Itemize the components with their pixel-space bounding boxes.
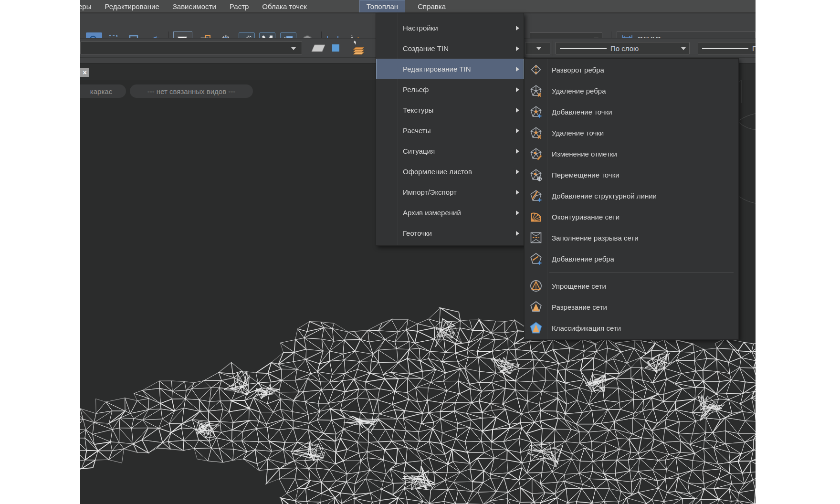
change-elevation-icon <box>529 147 543 160</box>
menubar-item-edit[interactable]: Редактирование <box>98 0 166 12</box>
delete-point-icon <box>529 126 543 139</box>
linetype-combo[interactable]: По слою <box>698 42 756 54</box>
topoplan-menu: Настройки Создание TIN Редактирование TI… <box>376 13 524 246</box>
add-breakline-icon <box>529 189 543 202</box>
submenu-arrow-icon <box>516 26 519 31</box>
layer-combo-value: По слою <box>610 44 639 52</box>
submenu-item-classify-mesh[interactable]: Классификация сети <box>525 317 738 338</box>
submenu-item-simplify-mesh[interactable]: Упрощение сети <box>525 275 738 296</box>
menu-item-import-export[interactable]: Импорт/Экспорт <box>376 182 524 202</box>
menubar-item-topoplan[interactable]: Топоплан <box>359 0 405 12</box>
submenu-item-cut-mesh[interactable]: Разрезание сети <box>525 296 738 317</box>
tin-combo[interactable] <box>80 42 302 54</box>
linetype-combo-value: По слою <box>752 44 756 52</box>
mini-combo[interactable] <box>525 42 550 54</box>
layers-button[interactable] <box>349 41 368 56</box>
menu-item-edit-tin[interactable]: Редактирование TIN <box>376 59 524 79</box>
plane-button[interactable] <box>310 43 326 53</box>
submenu-arrow-icon <box>516 128 519 133</box>
menubar-item-pointclouds[interactable]: Облака точек <box>255 0 314 12</box>
submenu-item-change-elevation[interactable]: Изменение отметки <box>525 143 738 164</box>
submenu-arrow-icon <box>516 67 519 72</box>
submenu-item-move-point[interactable]: Перемещение точки <box>525 164 738 185</box>
chevron-down-icon <box>291 47 296 50</box>
submenu-item-flip-edge[interactable]: Разворот ребра <box>525 59 738 80</box>
menu-item-sheet-layout[interactable]: Оформление листов <box>376 161 524 182</box>
submenu-separator <box>549 272 734 273</box>
wireframe-badge[interactable]: каркас <box>80 84 126 98</box>
menu-item-relief[interactable]: Рельеф <box>376 79 524 100</box>
menu-item-situation[interactable]: Ситуация <box>376 141 524 161</box>
delete-edge-icon <box>529 84 543 97</box>
menubar-item-help[interactable]: Справка <box>411 0 452 12</box>
submenu-item-add-breakline[interactable]: Добавление структурной линии <box>525 185 738 206</box>
line-sample <box>702 48 748 49</box>
submenu-item-delete-point[interactable]: Удаление точки <box>525 122 738 143</box>
menubar-item-partial[interactable]: еры <box>80 0 98 12</box>
submenu-item-add-point[interactable]: Добавление точки <box>525 101 738 122</box>
menu-item-calculations[interactable]: Расчеты <box>376 120 524 141</box>
submenu-item-add-edge[interactable]: Добавление ребра <box>525 248 738 269</box>
submenu-arrow-icon <box>516 231 519 236</box>
menubar-item-dependencies[interactable]: Зависимости <box>166 0 223 12</box>
submenu-arrow-icon <box>516 87 519 92</box>
contour-mesh-icon <box>529 210 543 223</box>
submenu-arrow-icon <box>516 46 519 51</box>
menu-item-survey-archive[interactable]: Архив измерений <box>376 202 524 223</box>
app-window: еры Редактирование Зависимости Растр Обл… <box>80 0 756 504</box>
submenu-arrow-icon <box>516 210 519 215</box>
submenu-item-fill-mesh-gap[interactable]: Заполнение разрыва сети <box>525 227 738 248</box>
linked-views-badge[interactable]: --- нет связанных видов --- <box>130 84 253 98</box>
line-sample <box>560 48 607 49</box>
submenu-item-delete-edge[interactable]: Удаление ребра <box>525 80 738 101</box>
submenu-arrow-icon <box>516 108 519 113</box>
submenu-arrow-icon <box>516 190 519 195</box>
menu-item-settings[interactable]: Настройки <box>376 18 524 38</box>
classify-mesh-icon <box>529 321 543 335</box>
color-swatch[interactable] <box>332 44 339 52</box>
chevron-down-icon <box>681 47 686 50</box>
add-edge-icon <box>529 252 543 265</box>
menu-bar: еры Редактирование Зависимости Растр Обл… <box>80 0 756 13</box>
add-point-icon <box>529 105 543 118</box>
layers-icon <box>349 41 368 56</box>
parallelogram-icon <box>310 43 326 53</box>
submenu-arrow-icon <box>516 149 519 154</box>
menu-item-textures[interactable]: Текстуры <box>376 100 524 120</box>
submenu-item-contour-mesh[interactable]: Оконтуривание сети <box>525 206 738 227</box>
flip-edge-icon <box>529 63 543 76</box>
move-point-icon <box>529 168 543 181</box>
menubar-item-raster[interactable]: Растр <box>223 0 256 12</box>
close-tab-button[interactable]: × <box>80 68 89 77</box>
cut-mesh-icon <box>529 300 543 314</box>
fill-mesh-gap-icon <box>529 231 543 244</box>
layer-color-combo[interactable]: По слою <box>556 42 690 54</box>
tin-edit-submenu: Разворот ребра Удаление ребра Добавление… <box>524 58 739 340</box>
simplify-mesh-icon <box>529 279 543 293</box>
menu-item-geopoints[interactable]: Геоточки <box>376 223 524 243</box>
submenu-arrow-icon <box>516 169 519 174</box>
toolbar-separator <box>553 41 553 56</box>
menu-item-create-tin[interactable]: Создание TIN <box>376 38 524 59</box>
chevron-down-icon <box>536 47 541 50</box>
